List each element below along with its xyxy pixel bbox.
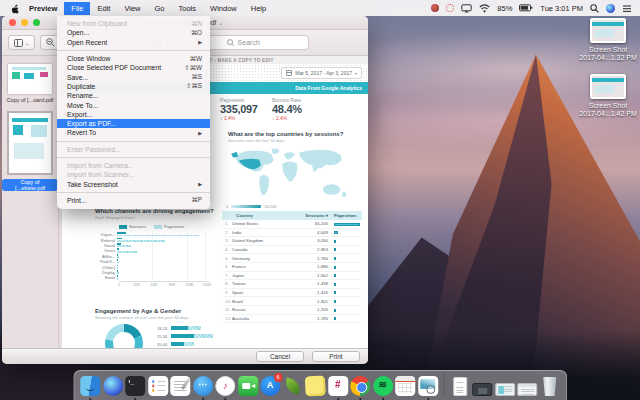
calendar-icon <box>286 70 292 76</box>
metric-value: 48.4% <box>272 103 302 115</box>
title-chevron-icon[interactable]: ⌄ <box>218 20 223 26</box>
menu-item-close-selected-pdf-document[interactable]: Close Selected PDF Document⇧⌘W <box>57 63 210 72</box>
desktop: Screen Shot2017-04...1.32 PMScreen Shot2… <box>0 0 640 400</box>
female-segment <box>194 334 213 339</box>
menu-item-rename[interactable]: Rename... <box>57 91 210 100</box>
sidebar-view-button[interactable]: ⌄ <box>8 35 35 50</box>
app-store-dock-item[interactable]: 6 <box>260 376 280 396</box>
pdf-thumbnail-label-selected: Copy of [...ebsite.pdf <box>2 179 58 191</box>
menu-item-save[interactable]: Save...⌘S <box>57 72 210 81</box>
menu-item-close-window[interactable]: Close Window⌘W <box>57 54 210 63</box>
menu-item-label: Enter Password... <box>67 146 202 153</box>
leaf-dock-item[interactable] <box>283 376 303 396</box>
menu-item-print[interactable]: Print...⌘P <box>57 196 210 205</box>
axis-tick-label: 96K <box>168 283 175 287</box>
menubar-item-view[interactable]: View <box>117 2 147 15</box>
menu-item-label: Print... <box>67 197 191 204</box>
row-pageviews <box>328 316 362 321</box>
siri-icon[interactable] <box>606 4 615 13</box>
table-row: 11.Russia1,205 <box>222 306 362 315</box>
pageviews-bar <box>117 240 165 242</box>
minimized-window-dark-dock-item[interactable] <box>472 383 492 397</box>
menu-item-shortcut: ⌘N <box>191 20 202 28</box>
desktop-icon-screenshot-2[interactable]: Screen Shot2017-04...1.42 PM <box>570 74 640 118</box>
trash-dock-item[interactable] <box>540 377 560 397</box>
menu-extra-app2-icon[interactable] <box>446 4 454 12</box>
channel-bars <box>117 238 207 243</box>
calendar-dock-item[interactable] <box>395 376 415 396</box>
minimized-window-1-dock-item[interactable] <box>495 383 515 397</box>
menu-item-open[interactable]: Open...⌘O <box>57 28 210 37</box>
date-range-selector[interactable]: Mar 5, 2017 - Apr 3, 2017 ▾ <box>281 67 362 79</box>
menu-item-label: Close Selected PDF Document <box>67 64 184 71</box>
header-sessions[interactable]: Sessions ▾ <box>294 213 328 218</box>
menubar-item-go[interactable]: Go <box>148 2 172 15</box>
menubar-item-window[interactable]: Window <box>203 2 244 15</box>
menu-item-label: Open... <box>67 29 191 36</box>
menu-item-duplicate[interactable]: Duplicate⇧⌘S <box>57 82 210 91</box>
siri-icon <box>103 376 123 396</box>
running-indicator <box>382 398 384 400</box>
battery-icon[interactable] <box>519 4 533 12</box>
menubar-item-tools[interactable]: Tools <box>172 2 204 15</box>
header-country[interactable]: Country <box>236 213 294 218</box>
spotify-dock-item[interactable] <box>373 376 393 396</box>
menubar-item-edit[interactable]: Edit <box>90 2 117 15</box>
menubar-item-preview[interactable]: Preview <box>22 2 64 15</box>
row-pageviews <box>328 281 362 286</box>
wifi-icon[interactable] <box>479 4 490 13</box>
pdf-thumbnail[interactable] <box>8 64 52 94</box>
slack-dock-item[interactable] <box>328 376 348 396</box>
itunes-dock-item[interactable] <box>215 376 235 396</box>
messages-dock-item[interactable] <box>193 376 213 396</box>
siri-dock-item[interactable] <box>103 376 123 396</box>
reminders-dock-item[interactable] <box>148 376 168 396</box>
scale-gradient-bar <box>231 205 261 208</box>
table-header[interactable]: Country Sessions ▾ Pageviews <box>222 211 362 220</box>
sidebar-item-website[interactable]: Copy of [...ebsite.pdf <box>2 113 58 194</box>
cancel-button[interactable]: Cancel <box>256 351 304 362</box>
thumbnail-sidebar: Copy of [...oard.pdf Copy of [...ebsite.… <box>2 56 59 348</box>
document-dock-item[interactable] <box>450 377 470 396</box>
row-rank: 11. <box>222 307 232 312</box>
table-row: 8.Taiwan1,438 <box>222 280 362 289</box>
row-rank: 3. <box>222 238 232 243</box>
table-row: 7.Japan1,562 <box>222 272 362 281</box>
age-group-label: 35-44 <box>157 342 171 347</box>
menu-item-export[interactable]: Export... <box>57 110 210 119</box>
chrome-icon <box>350 376 370 396</box>
header-pageviews[interactable]: Pageviews <box>328 213 362 218</box>
menu-bar-clock[interactable]: Tue 3:01 PM <box>540 4 583 13</box>
textedit-dock-item[interactable] <box>170 376 190 396</box>
finder-dock-item[interactable] <box>80 376 100 396</box>
chart-legend: Sessions Pageviews <box>119 224 217 229</box>
menu-extra-app-icon[interactable] <box>431 4 439 12</box>
menu-item-open-recent[interactable]: Open Recent▶ <box>57 38 210 47</box>
facetime-dock-item[interactable] <box>238 376 258 396</box>
chrome-dock-item[interactable] <box>350 376 370 396</box>
sidebar-item-dashboard[interactable]: Copy of [...oard.pdf <box>2 64 58 103</box>
terminal-dock-item[interactable] <box>125 376 145 396</box>
apple-menu[interactable] <box>8 3 22 14</box>
menu-item-export-as-pdf[interactable]: Export as PDF... <box>57 119 210 128</box>
channel-row-direct: Direct <box>95 248 217 253</box>
menu-item-take-screenshot[interactable]: Take Screenshot▶ <box>57 179 210 188</box>
row-rank: 1. <box>222 221 232 226</box>
notification-center-icon[interactable] <box>622 4 632 13</box>
stickies-dock-item[interactable] <box>305 376 325 396</box>
spotlight-icon[interactable] <box>590 4 599 13</box>
print-button[interactable]: Print <box>312 351 360 362</box>
minimized-window-2-dock-item[interactable] <box>517 383 537 397</box>
menu-item-revert-to[interactable]: Revert To▶ <box>57 128 210 137</box>
row-rank: 5. <box>222 256 232 261</box>
airplay-display-icon[interactable] <box>461 4 472 13</box>
channel-bars <box>117 270 207 275</box>
pdf-thumbnail-selected[interactable] <box>9 113 51 173</box>
menubar-item-file[interactable]: File <box>64 2 90 15</box>
row-pageviews <box>328 299 362 304</box>
menu-item-shortcut: ⇧⌘W <box>184 64 202 72</box>
preview-dock-item[interactable] <box>418 376 438 396</box>
desktop-icon-screenshot-1[interactable]: Screen Shot2017-04...1.32 PM <box>570 18 640 62</box>
menu-item-move-to[interactable]: Move To... <box>57 100 210 109</box>
menubar-item-help[interactable]: Help <box>244 2 273 15</box>
